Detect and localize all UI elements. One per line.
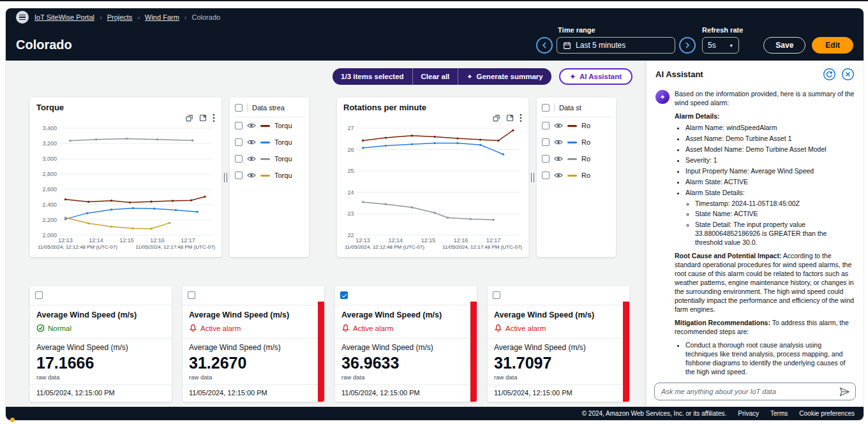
breadcrumb-projects-link[interactable]: Projects bbox=[107, 13, 133, 21]
time-range-select[interactable]: Last 5 minutes bbox=[557, 37, 675, 54]
legend-row: Torqu bbox=[234, 117, 304, 134]
kpi-timestamp: 11/05/2024, 12:15:00 PM bbox=[335, 384, 477, 402]
legend-checkbox[interactable] bbox=[235, 155, 243, 163]
time-forward-button[interactable] bbox=[679, 37, 696, 54]
series-color-swatch bbox=[260, 142, 270, 143]
widget-select-checkbox[interactable] bbox=[35, 291, 43, 299]
legend-select-all-checkbox[interactable] bbox=[235, 104, 243, 112]
ai-assistant-button[interactable]: ✦ AI Assistant bbox=[559, 68, 632, 85]
legend-checkbox[interactable] bbox=[542, 138, 550, 146]
breadcrumb-windfarm-link[interactable]: Wind Farm bbox=[145, 13, 179, 21]
refresh-conversation-icon[interactable] bbox=[823, 68, 836, 81]
copy-widget-icon[interactable] bbox=[493, 114, 500, 122]
close-panel-icon[interactable] bbox=[841, 68, 855, 81]
visibility-eye-icon[interactable] bbox=[554, 139, 563, 145]
kpi-status-text: Active alarm bbox=[353, 325, 393, 332]
kpi-row: Average Wind Speed (m/s) Normal bbox=[30, 286, 639, 402]
iot-sitewise-portal-window: IoT SiteWise Portal › Projects › Wind Fa… bbox=[6, 8, 864, 420]
alarm-bell-icon bbox=[341, 324, 350, 332]
kpi-property-label: Average Wind Speed (m/s) bbox=[36, 343, 159, 352]
privacy-link[interactable]: Privacy bbox=[738, 410, 759, 417]
list-item: Conduct a thorough root cause analysis u… bbox=[685, 341, 855, 377]
expand-widget-icon[interactable] bbox=[506, 114, 514, 122]
visibility-eye-icon[interactable] bbox=[247, 172, 256, 179]
sparkle-icon: ✦ bbox=[467, 73, 472, 81]
svg-text:3,400: 3,400 bbox=[42, 125, 57, 131]
legend-splitter[interactable] bbox=[528, 98, 537, 257]
legend-checkbox[interactable] bbox=[542, 122, 550, 129]
torque-legend-panel: Data strea TorquTorquTorquTorqu bbox=[230, 98, 309, 257]
svg-text:12:13: 12:13 bbox=[58, 237, 73, 244]
kpi-card-2: Average Wind Speed (m/s) Active alarm bbox=[183, 286, 324, 402]
chevron-down-icon: ▼ bbox=[729, 43, 733, 48]
menu-icon[interactable] bbox=[16, 11, 29, 24]
alarm-bell-icon bbox=[189, 324, 197, 332]
kpi-value: 31.7097 bbox=[494, 354, 617, 372]
cookie-preferences-link[interactable]: Cookie preferences bbox=[799, 410, 855, 417]
list-item: State Name: ACTIVE bbox=[695, 210, 855, 219]
rotations-line-chart[interactable]: 27262524232212:1312:1412:1512:1612:17 bbox=[343, 123, 523, 244]
kpi-status: Active alarm bbox=[341, 324, 464, 332]
recording-indicator-dot bbox=[10, 418, 15, 422]
legend-checkbox[interactable] bbox=[235, 138, 243, 146]
refresh-rate-value: 5s bbox=[708, 41, 716, 50]
visibility-eye-icon[interactable] bbox=[554, 122, 563, 129]
terms-link[interactable]: Terms bbox=[770, 410, 788, 417]
assistant-input[interactable]: Ask me anything about your IoT data bbox=[654, 383, 856, 400]
kpi-title: Average Wind Speed (m/s) bbox=[494, 311, 617, 319]
kpi-status-text: Active alarm bbox=[505, 325, 546, 332]
time-back-button[interactable] bbox=[536, 37, 553, 54]
legend-label: Torqu bbox=[274, 122, 292, 129]
visibility-eye-icon[interactable] bbox=[247, 156, 256, 162]
time-range-label: Time range bbox=[558, 26, 696, 34]
breadcrumb-separator: › bbox=[100, 13, 102, 21]
kpi-quality: raw data bbox=[341, 374, 464, 381]
visibility-eye-icon[interactable] bbox=[554, 172, 563, 179]
edit-button[interactable]: Edit bbox=[812, 37, 853, 54]
assistant-intro: Based on the information provided, here … bbox=[675, 90, 855, 108]
widget-select-checkbox[interactable] bbox=[188, 291, 195, 299]
legend-checkbox[interactable] bbox=[235, 172, 243, 179]
legend-checkbox[interactable] bbox=[235, 122, 243, 129]
copy-widget-icon[interactable] bbox=[186, 114, 193, 122]
series-color-swatch bbox=[567, 142, 577, 143]
legend-label: Ro bbox=[581, 138, 590, 146]
visibility-eye-icon[interactable] bbox=[247, 139, 256, 145]
svg-text:2,400: 2,400 bbox=[42, 201, 57, 208]
page-title: Colorado bbox=[16, 38, 72, 52]
expand-widget-icon[interactable] bbox=[199, 114, 207, 122]
refresh-rate-select[interactable]: 5s ▼ bbox=[702, 37, 739, 54]
dashboard-controls: Time range Last 5 minutes bbox=[536, 26, 853, 54]
svg-text:12:13: 12:13 bbox=[355, 237, 370, 244]
legend-checkbox[interactable] bbox=[542, 155, 550, 163]
kpi-card-4: Average Wind Speed (m/s) Active alarm bbox=[488, 286, 629, 402]
breadcrumb-separator: › bbox=[137, 13, 140, 21]
widget-menu-icon[interactable] bbox=[213, 113, 215, 122]
legend-select-all-checkbox[interactable] bbox=[542, 104, 550, 112]
assistant-message: ✦ Based on the information provided, her… bbox=[655, 90, 855, 379]
torque-line-chart[interactable]: 3,4003,2003,0002,8002,6002,4002,2002,000… bbox=[36, 123, 216, 244]
chart-end-time: 11/05/2024, 12:17:48 PM (UTC-07) bbox=[135, 244, 215, 250]
legend-splitter[interactable] bbox=[221, 98, 230, 257]
widget-select-checkbox[interactable] bbox=[340, 291, 348, 299]
svg-text:2,200: 2,200 bbox=[42, 217, 57, 223]
list-item: Alarm Name: windSpeedAlarm bbox=[685, 124, 855, 133]
widget-select-checkbox[interactable] bbox=[493, 291, 500, 299]
clear-all-button[interactable]: Clear all bbox=[412, 68, 458, 85]
svg-text:23: 23 bbox=[347, 210, 354, 217]
breadcrumb: IoT SiteWise Portal › Projects › Wind Fa… bbox=[34, 13, 220, 21]
legend-row: Ro bbox=[541, 117, 611, 134]
breadcrumb-bar: IoT SiteWise Portal › Projects › Wind Fa… bbox=[6, 8, 864, 26]
send-icon[interactable] bbox=[839, 387, 850, 397]
generate-summary-button[interactable]: ✦ Generate summary bbox=[458, 68, 551, 85]
series-color-swatch bbox=[260, 158, 270, 160]
svg-text:12:15: 12:15 bbox=[421, 237, 436, 244]
visibility-eye-icon[interactable] bbox=[554, 156, 563, 162]
series-color-swatch bbox=[260, 175, 270, 177]
visibility-eye-icon[interactable] bbox=[247, 122, 256, 129]
save-button[interactable]: Save bbox=[763, 37, 805, 54]
legend-checkbox[interactable] bbox=[542, 172, 550, 179]
widget-menu-icon[interactable] bbox=[520, 113, 522, 122]
breadcrumb-portal-link[interactable]: IoT SiteWise Portal bbox=[34, 13, 94, 21]
kpi-value: 36.9633 bbox=[341, 354, 464, 372]
